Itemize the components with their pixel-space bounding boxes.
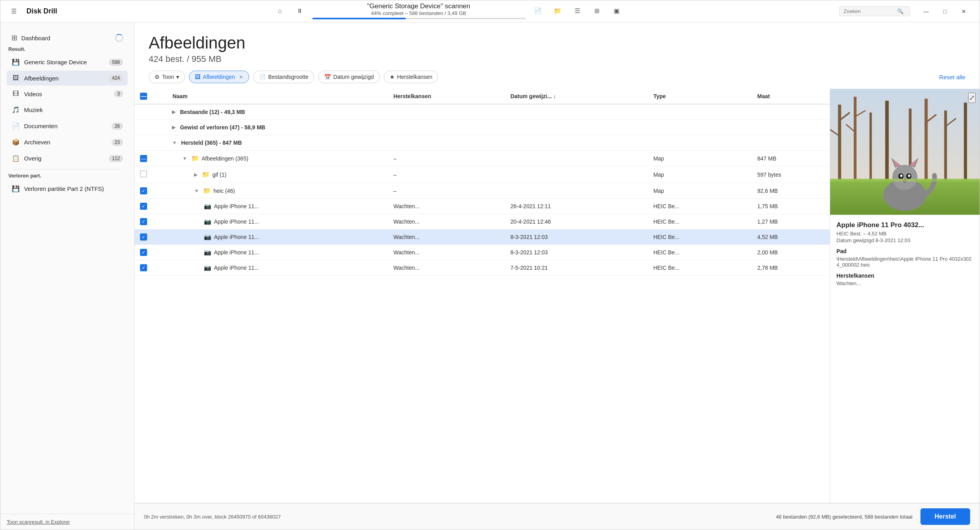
table-container: — Naam Herstelkansen Datum gewijzi... Ty… <box>134 89 980 503</box>
search-input[interactable] <box>844 8 895 14</box>
pause-button[interactable]: ⏸ <box>293 4 307 18</box>
sidebar-item-verloren-partitie[interactable]: 💾 Verloren partitie Part 2 (NTFS) <box>7 181 128 196</box>
expand-gif-icon[interactable]: ▶ <box>192 171 200 178</box>
reset-button[interactable]: Reset alle <box>939 74 965 80</box>
file1-name: Apple iPhone 11... <box>214 203 259 209</box>
afbeeldingen-filter-close-icon[interactable]: ✕ <box>239 74 243 80</box>
group-gewist[interactable]: ▶ Gewist of verloren (47) - 58,9 MB <box>134 120 830 135</box>
preview-expand-button[interactable]: ⤢ <box>968 93 976 103</box>
grid-view-button[interactable]: ⊞ <box>590 4 604 18</box>
filter-bar: ⚙ Toon ▾ 🖼 Afbeeldingen ✕ 📄 Bestandsgroo… <box>134 71 980 89</box>
file5-type: HEIC Be... <box>648 260 752 276</box>
select-all-checkbox[interactable]: — <box>140 93 147 100</box>
preview-panel: ⤢ Apple iPhone 11 Pro 4032... HEIC Best.… <box>830 89 980 503</box>
search-box[interactable]: 🔍 <box>839 6 910 16</box>
table-row[interactable]: ✓ 📷 Apple iPhone 11... Wachten... 26-4-2… <box>134 199 830 214</box>
table-row[interactable]: ✓ 📷 Apple iPhone 11... Wachten... 20-4-2… <box>134 214 830 230</box>
archieven-icon: 📦 <box>11 138 20 146</box>
videos-icon: 🎞 <box>11 90 20 97</box>
scan-progress-bar <box>312 18 525 19</box>
bottom-bar: 0h 2m verstreken, 0h 3m over, block 2645… <box>134 503 980 530</box>
table-row[interactable]: — ▼ 📁 Afbeeldingen (365) – <box>134 151 830 166</box>
gif-herstelkansen: – <box>388 166 505 183</box>
herstelkansen-filter-button[interactable]: ★ Herstelkansen <box>384 71 439 83</box>
sidebar-result-label: Result. <box>7 46 128 52</box>
afbeeldingen-filter-button[interactable]: 🖼 Afbeeldingen ✕ <box>189 71 249 83</box>
sidebar-badge-overig: 112 <box>109 155 123 162</box>
herstel-button[interactable]: Herstel <box>920 508 970 525</box>
sidebar-item-documenten[interactable]: 📄 Documenten 26 <box>7 118 128 134</box>
file1-icon: 📷 <box>204 203 211 210</box>
folder-icon: 📁 <box>191 155 199 162</box>
sidebar-item-label-overig: Overig <box>24 155 105 162</box>
file3-maat: 4,52 MB <box>752 230 830 245</box>
header-naam[interactable]: Naam <box>167 89 388 104</box>
sidebar-item-muziek[interactable]: 🎵 Muziek <box>7 102 128 118</box>
datum-filter-button[interactable]: 📅 Datum gewijzigd <box>318 71 380 83</box>
file1-herstelkansen: Wachten... <box>388 199 505 214</box>
toon-filter-button[interactable]: ⚙ Toon ▾ <box>149 71 185 83</box>
sidebar-item-archieven[interactable]: 📦 Archieven 23 <box>7 134 128 150</box>
file-view-button[interactable]: 📄 <box>531 4 545 18</box>
sidebar-badge-documenten: 26 <box>112 123 123 130</box>
sidebar-item-label-documenten: Documenten <box>24 123 108 129</box>
table-row[interactable]: ✓ 📷 Apple iPhone 11... Wachten... 8-3-20… <box>134 245 830 260</box>
expand-hersteld-icon[interactable]: ▼ <box>170 139 179 146</box>
table-row[interactable]: ✓ 📷 Apple iPhone 11... Wachten... 7-5-20… <box>134 260 830 276</box>
folder-view-button[interactable]: 📁 <box>551 4 565 18</box>
close-button[interactable]: ✕ <box>954 4 973 19</box>
list-view-button[interactable]: ☰ <box>570 4 584 18</box>
home-button[interactable]: ⌂ <box>273 4 287 18</box>
sidebar-item-afbeeldingen[interactable]: 🖼 Afbeeldingen 424 <box>7 71 128 86</box>
bestandsgrootte-filter-button[interactable]: 📄 Bestandsgrootte <box>253 71 314 83</box>
header-type[interactable]: Type <box>648 89 752 104</box>
file4-checkbox[interactable]: ✓ <box>140 249 147 256</box>
sidebar-item-label-afbeeldingen: Afbeeldingen <box>24 75 105 82</box>
file3-checkbox[interactable]: ✓ <box>140 233 147 241</box>
sidebar-item-videos[interactable]: 🎞 Videos 3 <box>7 86 128 101</box>
group-bestaande[interactable]: ▶ Bestaande (12) - 49,3 MB <box>134 104 830 120</box>
file3-datum: 8-3-2021 12:03 <box>505 230 648 245</box>
gif-folder-label: gif (1) <box>212 172 226 178</box>
expand-bestaande-icon[interactable]: ▶ <box>170 108 177 116</box>
panel-view-button[interactable]: ▣ <box>610 4 624 18</box>
maximize-button[interactable]: □ <box>935 4 954 19</box>
heic-checkbox[interactable]: ✓ <box>140 187 147 194</box>
sidebar-item-overig[interactable]: 📋 Overig 112 <box>7 151 128 166</box>
afbeeldingen-folder-checkbox[interactable]: — <box>140 155 147 162</box>
filter-icon: ⚙ <box>155 74 160 80</box>
show-explorer-button[interactable]: Toon scanresult. in Explorer <box>7 519 70 525</box>
header-datum[interactable]: Datum gewijzi... <box>505 89 648 104</box>
documenten-icon: 📄 <box>11 122 20 130</box>
gif-checkbox[interactable] <box>140 170 147 177</box>
expand-heic-icon[interactable]: ▼ <box>192 187 201 194</box>
sidebar-item-label-muziek: Muziek <box>24 106 123 113</box>
file1-checkbox[interactable]: ✓ <box>140 203 147 210</box>
scan-title: "Generic Storage Device" scannen <box>367 2 470 10</box>
table-row[interactable]: ✓ ▼ 📁 heic (46) – <box>134 183 830 199</box>
afbeeldingen-filter-label: Afbeeldingen <box>203 74 235 80</box>
content-area: Afbeeldingen 424 best. / 955 MB ⚙ Toon ▾… <box>134 22 980 530</box>
file2-checkbox[interactable]: ✓ <box>140 218 147 225</box>
header-check[interactable]: — <box>134 89 167 104</box>
group-hersteld[interactable]: ▼ Hersteld (365) - 847 MB <box>134 135 830 151</box>
header-maat[interactable]: Maat <box>752 89 830 104</box>
table-row[interactable]: ▶ 📁 gif (1) – Map 597 bytes <box>134 166 830 183</box>
file2-maat: 1,27 MB <box>752 214 830 230</box>
header-herstelkansen[interactable]: Herstelkansen <box>388 89 505 104</box>
expand-afbeeldingen-icon[interactable]: ▼ <box>180 155 189 162</box>
bestandsgrootte-label: Bestandsgrootte <box>268 74 308 80</box>
file2-type: HEIC Be... <box>648 214 752 230</box>
minimize-button[interactable]: — <box>917 4 935 19</box>
heic-type: Map <box>648 183 752 199</box>
preview-filename: Apple iPhone 11 Pro 4032... <box>836 221 973 229</box>
heic-herstelkansen: – <box>388 183 505 199</box>
svg-rect-1 <box>838 105 841 183</box>
expand-gewist-icon[interactable]: ▶ <box>170 124 177 131</box>
sidebar-item-generic-storage[interactable]: 💾 Generic Storage Device 588 <box>7 54 128 70</box>
menu-button[interactable]: ☰ <box>7 4 21 19</box>
table-row[interactable]: ✓ 📷 Apple iPhone 11... Wachten... 8-3-20… <box>134 230 830 245</box>
sidebar-item-dashboard[interactable]: ⊞ Dashboard <box>7 30 128 46</box>
svg-rect-7 <box>944 110 947 185</box>
file5-checkbox[interactable]: ✓ <box>140 264 147 271</box>
